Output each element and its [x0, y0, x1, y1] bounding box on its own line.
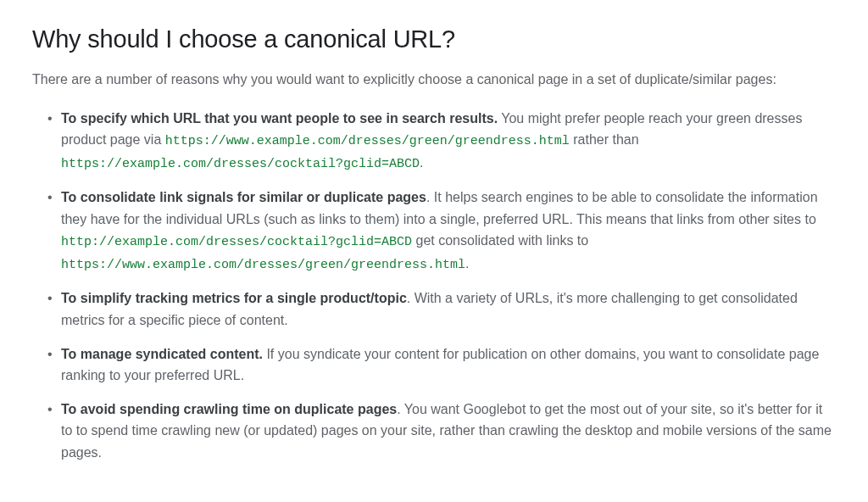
item-text: .: [420, 155, 423, 170]
item-text: get consolidated with links to: [412, 233, 588, 248]
list-item: To consolidate link signals for similar …: [47, 187, 836, 276]
list-item: To avoid spending crawling time on dupli…: [47, 399, 836, 464]
item-bold: To consolidate link signals for similar …: [61, 190, 426, 204]
intro-text: There are a number of reasons why you wo…: [32, 69, 836, 91]
list-item: To specify which URL that you want peopl…: [47, 108, 836, 176]
item-bold: To simplify tracking metrics for a singl…: [61, 291, 407, 305]
item-bold: To specify which URL that you want peopl…: [61, 111, 498, 126]
list-item: To simplify tracking metrics for a singl…: [47, 287, 836, 331]
item-text: rather than: [570, 132, 639, 147]
reasons-list: To specify which URL that you want peopl…: [32, 108, 836, 464]
item-code: https://www.example.com/dresses/green/gr…: [61, 258, 465, 272]
item-bold: To manage syndicated content.: [61, 347, 263, 361]
item-text: .: [465, 256, 469, 271]
page-heading: Why should I choose a canonical URL?: [32, 25, 836, 53]
item-code: https://example.com/dresses/cocktail?gcl…: [61, 157, 420, 171]
list-item: To manage syndicated content. If you syn…: [47, 343, 836, 387]
item-code: http://example.com/dresses/cocktail?gcli…: [61, 235, 412, 249]
item-code: https://www.example.com/dresses/green/gr…: [165, 134, 570, 148]
item-bold: To avoid spending crawling time on dupli…: [61, 402, 397, 416]
